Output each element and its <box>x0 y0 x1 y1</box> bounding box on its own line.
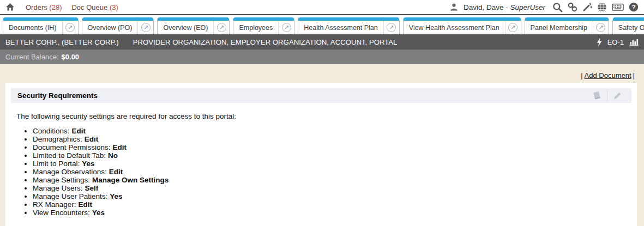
tab-overview-eo[interactable]: Overview (EO) ↗ <box>157 17 230 34</box>
log-book-icon[interactable] <box>586 91 607 100</box>
top-bar-right: David, Dave - SuperUser ? <box>449 2 639 13</box>
setting-value: Edit <box>85 135 99 143</box>
search-icon[interactable] <box>552 2 563 13</box>
tab-overview-po[interactable]: Overview (PO) ↗ <box>82 17 154 34</box>
setting-label: Limited to Default Tab: <box>33 151 106 160</box>
open-new-window-icon: ↗ <box>282 23 291 32</box>
tab-label: View Health Assessment Plan <box>404 21 505 34</box>
setting-value: Edit <box>113 143 127 151</box>
nav-doc-queue-count: (3) <box>110 3 118 11</box>
setting-value: Edit <box>109 168 123 176</box>
setting-value: Yes <box>110 192 122 200</box>
current-balance-label: Current Balance: <box>5 53 59 61</box>
setting-rx-manager: RX Manager:Edit <box>33 200 631 209</box>
setting-label: Manage Settings: <box>33 176 90 184</box>
tab-label: Documents (IH) <box>3 21 62 34</box>
user-name-text: David, Dave - <box>464 3 508 11</box>
current-balance-value: $0.00 <box>62 53 80 61</box>
top-bar: Orders (28) Doc Queue (3) David, Dave - … <box>0 0 644 15</box>
setting-value: Yes <box>82 160 94 168</box>
setting-manage-observations: Manage Observations:Edit <box>33 168 631 176</box>
organization-bar-right: EO-1 <box>597 38 639 46</box>
open-new-window-icon: ↗ <box>141 23 151 32</box>
add-document-link[interactable]: Add Document <box>585 71 631 80</box>
tab-open-button[interactable]: ↗ <box>593 21 609 34</box>
help-icon[interactable]: ? <box>629 2 639 12</box>
security-settings-list: Conditions:Edit Demographics:Edit Docume… <box>16 127 631 217</box>
user-name: David, Dave - SuperUser <box>464 3 545 11</box>
tab-label: Employees <box>233 21 278 34</box>
nav-doc-queue-link[interactable]: Doc Queue (3) <box>71 3 118 11</box>
tab-label: Overview (EO) <box>158 21 213 34</box>
home-icon[interactable] <box>5 3 15 11</box>
setting-value: Edit <box>79 200 93 209</box>
edit-pencil-icon[interactable] <box>607 91 627 100</box>
separator: | <box>633 71 635 80</box>
setting-value: Yes <box>92 209 105 217</box>
tab-view-health-assessment-plan[interactable]: View Health Assessment Plan ↗ <box>403 17 521 34</box>
bar-chart-icon[interactable] <box>629 38 639 46</box>
organization-types: PROVIDER ORGANIZATION, EMPLOYER ORGANIZA… <box>133 38 398 46</box>
current-balance-bar: Current Balance: $0.00 <box>0 50 644 64</box>
setting-manage-settings: Manage Settings:Manage Own Settings <box>33 176 631 184</box>
panel-title: Security Requirements <box>17 91 98 100</box>
setting-label: Document Permissions: <box>33 143 111 151</box>
security-intro-text: The following security settings are requ… <box>16 112 631 120</box>
tab-open-button[interactable]: ↗ <box>213 21 229 34</box>
org-badge: EO-1 <box>607 38 624 46</box>
wand-icon[interactable] <box>582 2 592 12</box>
tab-panel-membership[interactable]: Panel Membership ↗ <box>525 17 609 34</box>
tab-safety-overview[interactable]: Safety Overview ↗ <box>612 17 644 34</box>
setting-document-permissions: Document Permissions:Edit <box>33 143 631 151</box>
setting-value: Manage Own Settings <box>92 176 168 184</box>
setting-conditions: Conditions:Edit <box>33 127 631 135</box>
tab-open-button[interactable]: ↗ <box>505 21 521 34</box>
lightning-bolt-icon[interactable] <box>597 38 602 46</box>
setting-label: Limit to Portal: <box>33 160 80 168</box>
open-new-window-icon: ↗ <box>596 23 605 32</box>
panel-tools <box>586 90 627 101</box>
tab-open-button[interactable]: ↗ <box>137 21 153 34</box>
setting-limit-to-portal: Limit to Portal:Yes <box>33 160 631 168</box>
setting-label: Manage Observations: <box>33 168 107 176</box>
keyboard-icon[interactable] <box>612 3 624 11</box>
organization-name: BETTER CORP., (BETTER CORP.) <box>5 38 119 46</box>
nav-doc-queue-label: Doc Queue <box>71 3 107 11</box>
security-requirements-panel: Security Requirements The following secu… <box>5 83 637 226</box>
tab-employees[interactable]: Employees ↗ <box>233 17 294 34</box>
user-role: SuperUser <box>510 3 545 11</box>
globe-icon[interactable] <box>597 2 607 12</box>
setting-limited-to-default-tab: Limited to Default Tab:No <box>33 151 631 160</box>
setting-value: Edit <box>72 127 86 135</box>
tab-label: Panel Membership <box>525 21 593 34</box>
setting-label: Manage User Patients: <box>33 192 107 200</box>
setting-label: RX Manager: <box>33 200 76 209</box>
panel-header: Security Requirements <box>11 88 631 103</box>
setting-manage-users: Manage Users:Self <box>33 184 631 192</box>
setting-label: View Encounters: <box>33 209 90 217</box>
setting-demographics: Demographics:Edit <box>33 135 631 143</box>
tab-health-assessment-plan[interactable]: Health Assessment Plan ↗ <box>298 17 400 34</box>
nav-orders-label: Orders <box>26 3 47 11</box>
nav-orders-link[interactable]: Orders (28) <box>26 3 62 11</box>
open-new-window-icon: ↗ <box>217 23 226 32</box>
link-icon[interactable] <box>568 2 577 12</box>
tab-bar: Documents (IH) ↗ Overview (PO) ↗ Overvie… <box>0 15 644 34</box>
setting-manage-user-patients: Manage User Patients:Yes <box>33 192 631 200</box>
tab-documents-ih[interactable]: Documents (IH) ↗ <box>3 17 79 34</box>
top-nav: Orders (28) Doc Queue (3) <box>26 3 118 11</box>
organization-bar: BETTER CORP., (BETTER CORP.) PROVIDER OR… <box>0 34 644 50</box>
setting-label: Conditions: <box>33 127 70 135</box>
nav-orders-count: (28) <box>49 3 62 11</box>
separator: | <box>581 71 582 80</box>
setting-value: Self <box>85 184 99 192</box>
setting-label: Manage Users: <box>33 184 83 192</box>
tab-open-button[interactable]: ↗ <box>383 21 399 34</box>
open-new-window-icon: ↗ <box>387 23 396 32</box>
tab-open-button[interactable]: ↗ <box>62 21 78 34</box>
tab-label: Safety Overview <box>613 21 644 34</box>
tab-open-button[interactable]: ↗ <box>278 21 294 34</box>
tab-label: Overview (PO) <box>82 21 138 34</box>
tab-label: Health Assessment Plan <box>298 21 383 34</box>
setting-value: No <box>108 151 118 160</box>
